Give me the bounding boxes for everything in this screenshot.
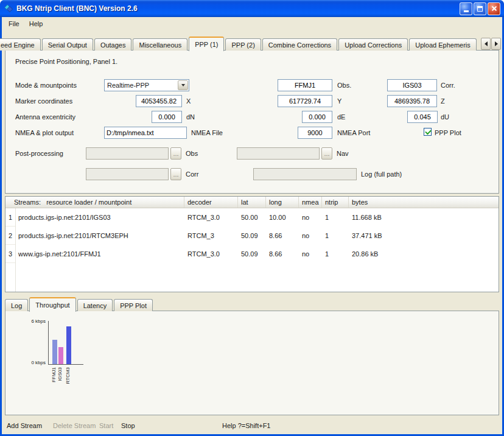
tab-log[interactable]: Log: [5, 299, 28, 311]
antenna-du-input[interactable]: [407, 111, 438, 123]
nmea-port-label: NMEA Port: [337, 128, 370, 137]
dn-label: dN: [186, 113, 195, 121]
antenna-excentricity-label: Antenna excentricity: [15, 113, 75, 121]
cell-nmea: no: [299, 214, 322, 221]
window-title: BKG Ntrip Client (BNC) Version 2.6: [13, 4, 458, 13]
cell-mountpoint: www.igs-ip.net:2101/FFMJ1: [15, 250, 184, 258]
nmea-port-input[interactable]: [298, 127, 332, 139]
chart-bar-igs03: [58, 347, 63, 364]
tab-scroll-buttons: [481, 38, 501, 50]
help-shortcut-text: Help ?=Shift+F1: [222, 422, 271, 429]
titlebar[interactable]: BKG Ntrip Client (BNC) Version 2.6: [0, 0, 504, 17]
panel-title: Precise Point Positioning, Panel 1.: [15, 58, 117, 65]
cell-lat: 50.09: [238, 232, 266, 239]
cell-row-number: 1: [5, 208, 15, 227]
add-stream-button[interactable]: Add Stream: [7, 422, 42, 429]
tab-upload-corrections[interactable]: Upload Corrections: [338, 38, 408, 51]
post-nav-label: Nav: [337, 149, 349, 158]
stop-button[interactable]: Stop: [121, 422, 135, 429]
row-header-divider: [15, 208, 16, 292]
chart-xlabel: FFMJ1: [51, 367, 57, 382]
col-header-lat: lat: [238, 197, 266, 208]
tab-upload-ephemeris[interactable]: Upload Ephemeris: [409, 38, 477, 51]
x-label: X: [186, 97, 191, 105]
chart-xlabel: RTCM3: [65, 367, 71, 384]
marker-y-input[interactable]: [278, 95, 332, 107]
post-corr-label: Corr: [186, 170, 198, 178]
col-header-ntrip: ntrip: [322, 197, 349, 208]
post-corr-input: [86, 168, 169, 180]
cell-bytes: 20.86 kB: [349, 250, 499, 258]
cell-ntrip: 1: [322, 232, 349, 239]
tab-latency[interactable]: Latency: [77, 299, 113, 311]
cell-lat: 50.00: [238, 214, 266, 221]
mode-mountpoints-label: Mode & mountpoints: [15, 81, 77, 90]
cell-long: 8.66: [266, 232, 299, 239]
tab-throughput[interactable]: Throughput: [29, 297, 75, 312]
cell-nmea: no: [299, 232, 322, 239]
z-label: Z: [441, 97, 445, 105]
browse-nav-button: ...: [321, 147, 332, 160]
tab-scroll-left-button[interactable]: [481, 38, 491, 50]
cell-nmea: no: [299, 250, 322, 258]
post-log-label: Log (full path): [361, 170, 402, 178]
chart-bar-rtcm3: [66, 326, 71, 364]
menu-help[interactable]: Help: [24, 18, 48, 29]
close-button[interactable]: [488, 2, 500, 15]
tab-ppp-1[interactable]: PPP (1): [189, 37, 224, 51]
cell-decoder: RTCM_3.0: [184, 250, 238, 258]
tab-scroll-right-button[interactable]: [491, 38, 501, 50]
menu-file[interactable]: File: [4, 18, 24, 29]
table-row[interactable]: 1 products.igs-ip.net:2101/IGS03 RTCM_3.…: [5, 208, 499, 227]
close-icon: [491, 5, 498, 12]
antenna-dn-input[interactable]: [152, 111, 182, 123]
cell-ntrip: 1: [322, 250, 349, 258]
table-row[interactable]: 2 products.igs-ip.net:2101/RTCM3EPH RTCM…: [5, 227, 499, 245]
app-window: BKG Ntrip Client (BNC) Version 2.6 File …: [0, 0, 504, 436]
top-tabbar: eed Engine Serial Output Outages Miscell…: [2, 35, 478, 51]
tab-outages[interactable]: Outages: [94, 38, 132, 51]
obs-mountpoint-input[interactable]: [278, 79, 332, 91]
nmea-file-label: NMEA File: [191, 128, 223, 137]
post-processing-label: Post-processing: [15, 149, 63, 158]
mode-combobox-value: Realtime-PPP: [105, 82, 177, 89]
cell-decoder: RTCM_3.0: [184, 214, 238, 221]
maximize-icon: [477, 6, 483, 12]
post-nav-input: [237, 147, 320, 160]
left-arrow-icon: [485, 41, 488, 46]
combobox-dropdown-button[interactable]: [178, 80, 188, 90]
bottom-tabbar: Log Throughput Latency PPP Plot: [5, 296, 154, 311]
cell-long: 8.66: [266, 250, 299, 258]
tab-feed-engine[interactable]: eed Engine: [0, 38, 41, 51]
col-header-mountpoint: Streams: resource loader / mountpoint: [5, 197, 184, 208]
antenna-de-input[interactable]: [302, 111, 332, 123]
table-row[interactable]: 3 www.igs-ip.net:2101/FFMJ1 RTCM_3.0 50.…: [5, 245, 499, 263]
ppp-plot-checkbox[interactable]: [424, 128, 432, 136]
marker-z-input[interactable]: [387, 95, 437, 107]
maximize-button[interactable]: [474, 2, 486, 15]
tab-combine-corrections[interactable]: Combine Corrections: [262, 38, 337, 51]
chart-xlabel: IGS03: [57, 367, 63, 381]
throughput-pane: 6 kbps 0 kbps FFMJ1IGS03RTCM3: [5, 311, 499, 415]
ppp-plot-label: PPP Plot: [435, 128, 461, 137]
tab-serial-output[interactable]: Serial Output: [42, 38, 93, 51]
nmea-plot-output-label: NMEA & plot output: [15, 128, 74, 137]
chart-bar-ffmj1: [52, 340, 57, 364]
browse-obs-button: ...: [170, 147, 181, 160]
corr-mountpoint-input[interactable]: [387, 79, 437, 91]
chevron-down-icon: [181, 84, 185, 86]
tab-miscellaneous[interactable]: Miscellaneous: [133, 38, 187, 51]
ppp-panel: Precise Point Positioning, Panel 1. Mode…: [5, 50, 499, 194]
cell-row-number: 3: [5, 245, 15, 263]
mode-combobox[interactable]: Realtime-PPP: [104, 79, 189, 91]
marker-x-input[interactable]: [136, 95, 182, 107]
tab-ppp-plot[interactable]: PPP Plot: [114, 299, 153, 311]
tab-ppp-2[interactable]: PPP (2): [225, 38, 261, 51]
streams-table: Streams: resource loader / mountpoint de…: [5, 196, 499, 292]
cell-decoder: RTCM_3: [184, 232, 238, 239]
col-header-long: long: [266, 197, 299, 208]
bottom-toolbar: Add Stream Delete Stream Start Stop Help…: [2, 418, 502, 434]
minimize-icon: [464, 10, 469, 12]
nmea-file-input[interactable]: [104, 127, 187, 139]
minimize-button[interactable]: [460, 2, 472, 15]
